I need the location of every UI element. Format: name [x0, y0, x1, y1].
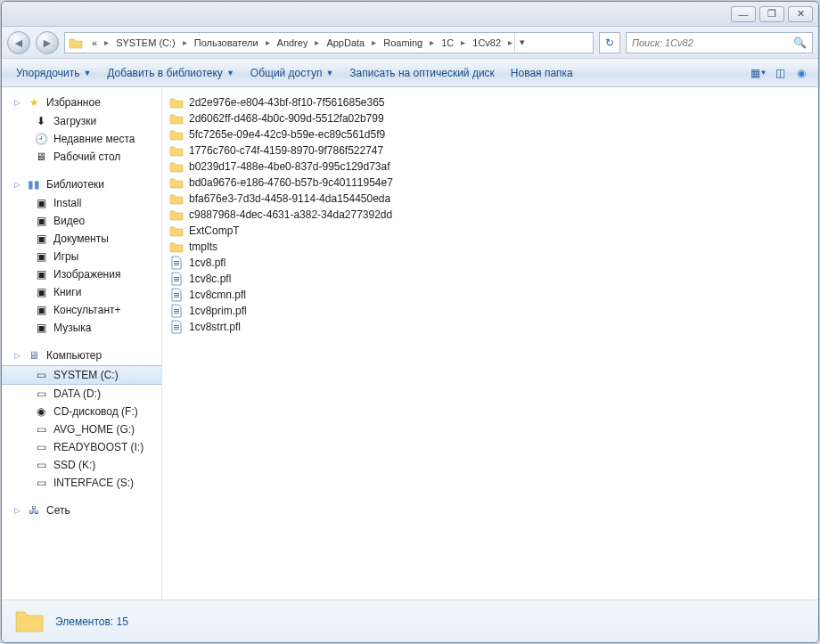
search-box[interactable]: 🔍 — [626, 32, 813, 53]
download-icon: ⬇ — [34, 114, 48, 128]
sidebar-item[interactable]: ▭DATA (D:) — [2, 385, 161, 403]
sidebar-item[interactable]: ▣Музыка — [2, 319, 161, 337]
recent-icon: 🕘 — [34, 132, 48, 146]
folder-icon — [169, 95, 184, 110]
chevron-right-icon[interactable]: ▸ — [313, 37, 321, 47]
help-icon[interactable]: ◉ — [791, 63, 811, 83]
item-name: 2d2e976e-e804-43bf-8f10-7f561685e365 — [189, 96, 385, 109]
list-item[interactable]: 1cv8cmn.pfl — [166, 287, 815, 303]
breadcrumb-segment[interactable]: 1Cv82 — [467, 33, 506, 53]
burn-button[interactable]: Записать на оптический диск — [342, 63, 502, 83]
sidebar-item[interactable]: ▣Игры — [2, 248, 161, 265]
maximize-button[interactable]: ❐ — [759, 6, 784, 22]
chevron-right-icon[interactable]: ▸ — [459, 37, 467, 47]
breadcrumb-segment[interactable]: Andrey — [272, 33, 314, 53]
sidebar-item-label: Install — [53, 197, 81, 209]
sidebar-item[interactable]: ▣Install — [2, 194, 161, 212]
sidebar-network-head[interactable]: ▷ 🖧 Сеть — [2, 501, 161, 520]
breadcrumb-dropdown[interactable]: ▾ — [514, 33, 529, 53]
chevron-right-icon[interactable]: ▸ — [181, 37, 189, 47]
list-item[interactable]: c9887968-4dec-4631-a382-34da277392dd — [166, 207, 815, 223]
lib-icon: ▣ — [34, 285, 48, 299]
chevron-right-icon[interactable]: ▸ — [428, 37, 436, 47]
list-item[interactable]: 1cv8prim.pfl — [166, 303, 815, 319]
refresh-button[interactable]: ↻ — [599, 32, 620, 53]
sidebar-item[interactable]: ▭AVG_HOME (G:) — [2, 420, 161, 438]
sidebar-item[interactable]: ◉CD-дисковод (F:) — [2, 403, 161, 420]
list-item[interactable]: 2d6062ff-d468-4b0c-909d-5512fa02b799 — [166, 110, 815, 126]
share-button[interactable]: Общий доступ▼ — [243, 63, 341, 83]
sidebar-item-label: Книги — [53, 286, 81, 298]
sidebar-favorites-group: ▷ ★ Избранное ⬇Загрузки🕘Недавние места🖥Р… — [2, 93, 161, 166]
drive-icon: ▭ — [34, 476, 48, 490]
lib-icon: ▣ — [34, 267, 48, 281]
sidebar-item-label: Музыка — [53, 322, 91, 334]
breadcrumb-segment[interactable]: AppData — [321, 33, 370, 53]
list-item[interactable]: 1cv8c.pfl — [166, 271, 815, 287]
item-name: 1cv8c.pfl — [189, 273, 231, 285]
minimize-button[interactable]: — — [731, 6, 756, 22]
sidebar-item[interactable]: 🕘Недавние места — [2, 130, 161, 148]
add-library-button[interactable]: Добавить в библиотеку▼ — [100, 63, 241, 83]
list-item[interactable]: 2d2e976e-e804-43bf-8f10-7f561685e365 — [166, 94, 815, 110]
search-input[interactable] — [632, 37, 793, 48]
sidebar-computer-head[interactable]: ▷ 🖥 Компьютер — [2, 346, 161, 365]
list-item[interactable]: bd0a9676-e186-4760-b57b-9c40111954e7 — [166, 175, 815, 191]
sidebar-item[interactable]: ▭READYBOOST (I:) — [2, 438, 161, 456]
chevron-right-icon[interactable]: ▸ — [102, 37, 111, 47]
folder-icon — [169, 192, 184, 206]
item-name: 1cv8.pfl — [189, 257, 226, 269]
list-item[interactable]: 1cv8strt.pfl — [166, 319, 815, 335]
sidebar-item[interactable]: ▣Консультант+ — [2, 301, 161, 319]
breadcrumb-segment[interactable]: SYSTEM (C:) — [111, 33, 181, 53]
preview-pane-icon[interactable]: ◫ — [770, 63, 790, 83]
sidebar-item[interactable]: ⬇Загрузки — [2, 112, 161, 130]
list-item[interactable]: 5fc7265e-09e4-42c9-b59e-ec89c561d5f9 — [166, 126, 815, 143]
folder-icon — [169, 224, 184, 238]
lib-icon: ▣ — [34, 249, 48, 264]
cd-icon: ◉ — [34, 404, 48, 419]
forward-button[interactable]: ► — [36, 31, 59, 54]
folder-icon — [169, 208, 184, 222]
chevron-right-icon[interactable]: ▸ — [370, 37, 378, 47]
breadcrumb-segment[interactable]: « — [86, 33, 102, 53]
list-item[interactable]: b0239d17-488e-4be0-837d-995c129d73af — [166, 159, 815, 175]
folder-icon — [169, 143, 184, 158]
list-item[interactable]: 1776c760-c74f-4159-8970-9f786f522747 — [166, 143, 815, 159]
nav-row: ◄ ► «▸SYSTEM (C:)▸Пользователи▸Andrey▸Ap… — [2, 27, 818, 59]
sidebar-item[interactable]: ▭SSD (K:) — [2, 456, 161, 474]
sidebar-item-label: Консультант+ — [53, 304, 121, 316]
file-list[interactable]: 2d2e976e-e804-43bf-8f10-7f561685e3652d60… — [162, 87, 818, 599]
item-name: 2d6062ff-d468-4b0c-909d-5512fa02b799 — [189, 112, 384, 125]
item-name: 1cv8prim.pfl — [189, 305, 247, 317]
breadcrumb[interactable]: «▸SYSTEM (C:)▸Пользователи▸Andrey▸AppDat… — [64, 32, 594, 53]
view-mode-icon[interactable]: ▦ ▼ — [749, 63, 768, 83]
sidebar-item[interactable]: 🖥Рабочий стол — [2, 148, 161, 166]
sidebar-item[interactable]: ▣Видео — [2, 212, 161, 230]
list-item[interactable]: ExtCompT — [166, 223, 815, 239]
breadcrumb-segment[interactable]: 1C — [436, 33, 459, 53]
chevron-right-icon[interactable]: ▸ — [264, 37, 272, 47]
sidebar-item[interactable]: ▣Изображения — [2, 265, 161, 283]
sidebar-item[interactable]: ▭INTERFACE (S:) — [2, 474, 161, 492]
folder-icon — [169, 175, 184, 190]
sidebar-item[interactable]: ▣Книги — [2, 283, 161, 301]
list-item[interactable]: bfa676e3-7d3d-4458-9114-4da154450eda — [166, 191, 815, 207]
sidebar-libraries-head[interactable]: ▷ ▮▮ Библиотеки — [2, 175, 161, 194]
file-icon — [169, 320, 184, 334]
sidebar-item-label: Изображения — [53, 268, 120, 281]
new-folder-button[interactable]: Новая папка — [504, 63, 580, 83]
breadcrumb-segment[interactable]: Roaming — [378, 33, 428, 53]
breadcrumb-segment[interactable]: Пользователи — [189, 33, 264, 53]
chevron-right-icon[interactable]: ▸ — [506, 37, 514, 47]
item-name: bd0a9676-e186-4760-b57b-9c40111954e7 — [189, 176, 393, 189]
organize-button[interactable]: Упорядочить▼ — [9, 63, 98, 83]
close-button[interactable]: ✕ — [788, 6, 813, 22]
list-item[interactable]: tmplts — [166, 239, 815, 255]
sidebar-item[interactable]: ▭SYSTEM (C:) — [2, 365, 161, 385]
list-item[interactable]: 1cv8.pfl — [166, 255, 815, 271]
back-button[interactable]: ◄ — [7, 31, 30, 54]
sidebar-favorites-head[interactable]: ▷ ★ Избранное — [2, 93, 161, 112]
item-name: ExtCompT — [189, 224, 240, 237]
sidebar-item[interactable]: ▣Документы — [2, 230, 161, 248]
